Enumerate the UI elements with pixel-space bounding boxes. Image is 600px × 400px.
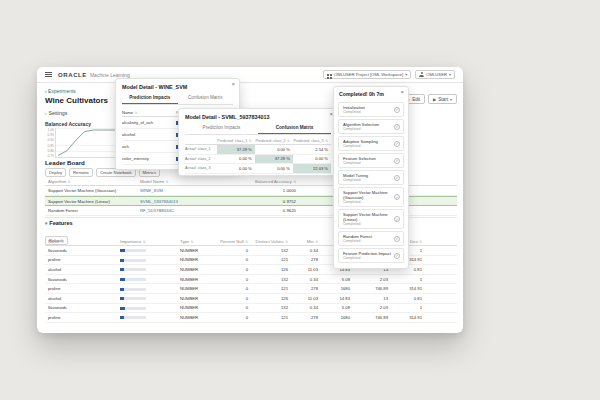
col-balanced-accuracy[interactable]: Balanced Accuracy <box>226 179 296 184</box>
tab-confusion-matrix[interactable]: Confusion Matrix <box>178 93 234 104</box>
feature-distinct: 132 <box>248 248 288 253</box>
col-importance[interactable]: Importance <box>120 239 180 244</box>
feature-name: flavanoids <box>48 305 120 310</box>
feature-row[interactable]: proline NUMBER 0 121 278 1680 746.89 314… <box>45 284 457 294</box>
settings-label: Settings <box>49 110 68 116</box>
tab-prediction-impacts[interactable]: Prediction Impacts <box>185 123 258 134</box>
feature-row[interactable]: alcohol NUMBER 0 126 11.03 14.83 13 0.81 <box>45 294 457 304</box>
algorithm-cell: Support Vector Machine (Linear) <box>48 199 140 204</box>
user-icon <box>419 72 424 77</box>
feature-min: 278 <box>288 257 318 262</box>
page-title: Wine Cultivators <box>45 96 108 105</box>
check-circle-icon: ✓ <box>394 107 400 113</box>
importance-track <box>120 307 146 310</box>
col-predicted-class-1[interactable]: Predicted: class_1 <box>217 137 255 144</box>
features-section-toggle[interactable]: ▾Features <box>45 220 73 226</box>
feature-percent-null: 0 <box>220 286 248 291</box>
step-status: Completed <box>343 239 392 243</box>
step-status: Completed <box>343 161 392 165</box>
settings-toggle[interactable]: ›Settings <box>45 110 67 116</box>
importance-track <box>120 278 146 281</box>
step-svm-linear: Support Vector Machine (Linear)Completed… <box>338 209 404 229</box>
step-status: Completed <box>343 200 392 204</box>
hamburger-menu-icon[interactable] <box>45 72 52 73</box>
feature-min: 0.34 <box>288 305 318 310</box>
col-predicted-class-2[interactable]: Predicted: class_2 <box>255 137 293 144</box>
feature-max: 1680 <box>318 315 350 320</box>
back-to-experiments-link[interactable]: ‹ Experiments <box>45 88 76 94</box>
feature-percent-null: 0 <box>220 277 248 282</box>
start-button[interactable]: ▶ Start ▾ <box>428 94 457 104</box>
importance-bar <box>120 277 180 282</box>
confusion-cell: 0.00 % <box>255 164 293 173</box>
confusion-cell: 37.29 % <box>217 145 255 154</box>
balanced-accuracy-cell: 0.9620 <box>226 208 296 213</box>
col-algorithm[interactable]: Algorithm <box>48 179 140 184</box>
confusion-header-row: Predicted: class_1 Predicted: class_2 Pr… <box>185 137 331 145</box>
model-name-link[interactable]: RF_5D37B8634C <box>140 208 226 213</box>
feature-distinct: 121 <box>248 315 288 320</box>
tab-confusion-matrix[interactable]: Confusion Matrix <box>258 123 331 134</box>
importance-fill <box>120 278 125 281</box>
feature-type: NUMBER <box>180 315 220 320</box>
importance-fill <box>120 288 124 291</box>
importance-fill <box>120 259 124 262</box>
col-percent-null[interactable]: Percent Null <box>220 239 248 244</box>
col-name[interactable]: Name <box>122 110 176 115</box>
user-menu[interactable]: OMLUSER ▾ <box>415 70 455 79</box>
feature-percent-null: 0 <box>220 267 248 272</box>
col-type[interactable]: Type <box>180 239 220 244</box>
col-min[interactable]: Min <box>288 239 318 244</box>
back-icon: ‹ <box>45 88 47 94</box>
check-circle-icon: ✓ <box>394 175 400 181</box>
features-title: Features <box>49 220 72 226</box>
deploy-button[interactable]: Deploy <box>45 168 66 177</box>
col-predicted-class-3[interactable]: Predicted: class_3 <box>293 137 331 144</box>
col-distinct-values[interactable]: Distinct Values <box>248 239 288 244</box>
feature-min: 278 <box>288 286 318 291</box>
confusion-row: Actual: class_3 0.00 % 0.00 % 22.03 % <box>185 164 331 174</box>
start-button-label: Start <box>438 97 448 102</box>
feature-type: NUMBER <box>180 248 220 253</box>
importance-track <box>120 259 146 262</box>
tab-prediction-impacts[interactable]: Prediction Impacts <box>122 93 178 104</box>
feature-row[interactable]: flavanoids NUMBER 0 132 0.34 5.08 2.03 1 <box>45 304 457 314</box>
importance-bar <box>120 267 180 272</box>
close-icon[interactable]: × <box>400 89 404 95</box>
model-name-link[interactable]: SVML_5937834013 <box>140 199 226 204</box>
importance-fill <box>120 316 124 319</box>
row-actual-class-1: Actual: class_1 <box>185 147 217 151</box>
row-actual-class-2: Actual: class_2 <box>185 157 217 161</box>
importance-fill <box>120 268 124 271</box>
project-selector[interactable]: OMLUSER Project [OML Workspace] ▾ <box>323 70 411 79</box>
row-actual-class-3: Actual: class_3 <box>185 166 217 170</box>
importance-fill <box>120 297 124 300</box>
importance-track <box>120 316 146 319</box>
y-tick: 0.85 <box>45 144 54 148</box>
chevron-down-icon: ▾ <box>449 72 451 77</box>
feature-name: proline <box>48 315 120 320</box>
model-name-link[interactable]: WINE_SVM <box>140 188 226 193</box>
expand-icon: › <box>45 111 47 116</box>
check-circle-icon: ✓ <box>394 158 400 164</box>
feature-row[interactable]: proline NUMBER 0 121 278 1680 746.89 314… <box>45 313 457 323</box>
edit-button-label: Edit <box>412 97 420 102</box>
feature-type: NUMBER <box>180 305 220 310</box>
col-name[interactable]: Name <box>48 239 120 244</box>
modal-tabs: Prediction Impacts Confusion Matrix <box>185 123 331 135</box>
importance-track <box>120 288 146 291</box>
feature-std: 314.91 <box>388 286 422 291</box>
check-circle-icon: ✓ <box>394 236 400 242</box>
feature-name: proline <box>48 257 120 262</box>
feature-max: 1680 <box>318 286 350 291</box>
accuracy-sparkline <box>55 128 121 158</box>
feature-type: NUMBER <box>180 257 220 262</box>
y-tick: 0.80 <box>45 149 54 153</box>
importance-bar <box>120 248 180 253</box>
check-circle-icon: ✓ <box>394 124 400 130</box>
impact-feature-name: ash <box>122 144 176 149</box>
rename-button[interactable]: Rename <box>69 168 93 177</box>
col-model-name[interactable]: Model Name <box>140 179 226 184</box>
feature-row[interactable]: flavanoids NUMBER 0 132 0.34 5.08 2.03 1 <box>45 275 457 285</box>
close-icon[interactable]: × <box>231 81 235 87</box>
